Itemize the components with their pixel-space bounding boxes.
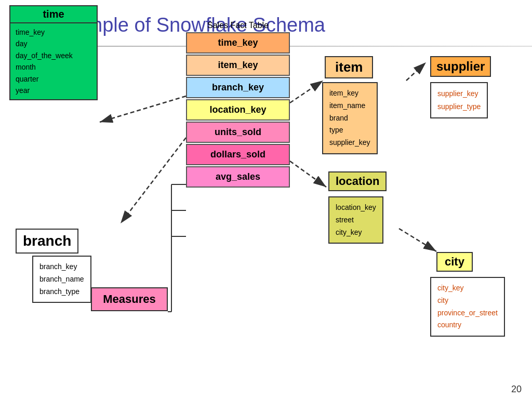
page-number: 20 [511, 384, 522, 395]
item-title: item [335, 59, 363, 75]
time-field-1: time_key [16, 26, 91, 38]
supplier-title-box: supplier [430, 56, 491, 77]
item-field-1: item_key [329, 87, 370, 100]
svg-line-4 [406, 62, 426, 81]
svg-line-6 [290, 161, 326, 187]
location-data-box: location_key street city_key [328, 196, 383, 244]
location-field-2: street [336, 214, 376, 227]
city-field-1: city_key [437, 282, 498, 295]
time-field-4: month [16, 61, 91, 73]
measures-label: Measures [103, 292, 156, 305]
location-field-3: city_key [336, 227, 376, 239]
svg-line-7 [399, 229, 436, 251]
fact-row-units-sold: units_sold [186, 122, 290, 143]
time-table-body: time_key day day_of_the_week month quart… [10, 23, 97, 99]
svg-line-2 [100, 96, 186, 122]
branch-data-box: branch_key branch_name branch_type [32, 256, 91, 303]
fact-table: Sales Fact Table time_key item_key branc… [186, 21, 290, 189]
fact-row-time-key: time_key [186, 32, 290, 54]
branch-title-box: branch [16, 229, 78, 254]
time-table-header: time [10, 6, 97, 23]
fact-row-avg-sales: avg_sales [186, 166, 290, 188]
item-field-5: supplier_key [329, 137, 370, 149]
item-data-box: item_key item_name brand type supplier_k… [322, 82, 378, 154]
fact-row-location-key: location_key [186, 99, 290, 121]
city-title: city [445, 255, 464, 268]
branch-field-1: branch_key [39, 261, 84, 273]
location-title-box: location [328, 171, 387, 191]
fact-row-item-key: item_key [186, 55, 290, 76]
city-title-box: city [436, 252, 473, 272]
branch-field-2: branch_name [39, 273, 84, 286]
item-field-4: type [329, 124, 370, 137]
svg-line-3 [290, 81, 323, 103]
svg-line-5 [121, 138, 186, 223]
city-field-3: province_or_street [437, 307, 498, 320]
fact-row-branch-key: branch_key [186, 77, 290, 98]
time-field-6: year [16, 85, 91, 96]
measures-box: Measures [91, 287, 168, 311]
item-title-box: item [325, 56, 373, 78]
time-table: time time_key day day_of_the_week month … [9, 5, 98, 100]
time-field-2: day [16, 38, 91, 49]
time-field-5: quarter [16, 73, 91, 85]
branch-title: branch [23, 233, 71, 249]
location-field-1: location_key [336, 202, 376, 214]
item-field-3: brand [329, 112, 370, 125]
city-field-4: country [437, 319, 498, 331]
supplier-title: supplier [436, 59, 485, 73]
supplier-field-2: supplier_type [437, 100, 481, 113]
slide: Example of Snowflake Schema [0, 0, 532, 399]
city-field-2: city [437, 295, 498, 307]
fact-row-dollars-sold: dollars_sold [186, 144, 290, 165]
supplier-data-box: supplier_key supplier_type [430, 82, 488, 118]
time-field-3: day_of_the_week [16, 50, 91, 61]
branch-field-3: branch_type [39, 286, 84, 298]
location-title: location [336, 175, 379, 188]
supplier-field-1: supplier_key [437, 87, 481, 100]
fact-table-title: Sales Fact Table [186, 21, 290, 30]
item-field-2: item_name [329, 100, 370, 112]
city-data-box: city_key city province_or_street country [430, 277, 505, 337]
